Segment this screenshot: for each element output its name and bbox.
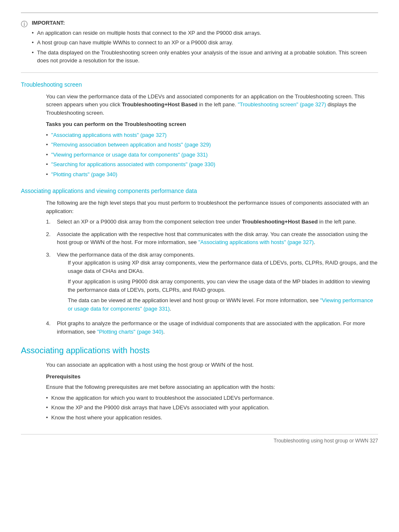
prerequisites-heading: Prerequisites xyxy=(46,373,378,381)
associating-hosts-section: Associating applications with hosts You … xyxy=(21,344,378,421)
troubleshooting-screen-section: Troubleshooting screen You can view the … xyxy=(21,80,378,179)
step-4-content: Plot graphs to analyze the performance o… xyxy=(57,319,378,336)
task-link-item-1: "Associating applications with hosts" (p… xyxy=(46,131,378,139)
task-link-item-4: "Searching for applications associated w… xyxy=(46,160,378,169)
troubleshooting-screen-link[interactable]: "Troubleshooting screen" (page 327) xyxy=(238,101,326,108)
steps-list: 1. Select an XP or a P9000 disk array fr… xyxy=(46,218,378,336)
step-4: 4. Plot graphs to analyze the performanc… xyxy=(46,319,378,336)
tasks-heading: Tasks you can perform on the Troubleshoo… xyxy=(46,120,378,129)
step-2-link[interactable]: "Associating applications with hosts" (p… xyxy=(198,239,314,245)
task-link-3[interactable]: "Viewing performance or usage data for c… xyxy=(51,151,208,159)
important-bullet-1: An application can reside on multiple ho… xyxy=(32,29,378,37)
assoc-viewing-section: Associating applications and viewing com… xyxy=(21,187,378,336)
task-link-item-2: "Removing association between applicatio… xyxy=(46,141,378,149)
step-3-sub-1: If your application is using XP disk arr… xyxy=(68,259,378,275)
prereq-1: Know the application for which you want … xyxy=(46,394,378,402)
important-label: IMPORTANT: xyxy=(32,19,378,27)
important-content: IMPORTANT: An application can reside on … xyxy=(32,19,378,67)
step-1-content: Select an XP or a P9000 disk array from … xyxy=(57,218,356,226)
important-bullet-list: An application can reside on multiple ho… xyxy=(32,29,378,65)
prereq-2: Know the XP and the P9000 disk arrays th… xyxy=(46,403,378,412)
troubleshooting-screen-body: You can view the performance data of the… xyxy=(21,93,378,179)
tasks-list: "Associating applications with hosts" (p… xyxy=(46,131,378,179)
associating-hosts-intro: You can associate an application with a … xyxy=(46,361,378,369)
step-2: 2. Associate the application with the re… xyxy=(46,230,378,247)
step-3-content: View the performance data of the disk ar… xyxy=(57,251,378,316)
task-link-1[interactable]: "Associating applications with hosts" (p… xyxy=(51,131,167,139)
task-link-item-3: "Viewing performance or usage data for c… xyxy=(46,151,378,159)
top-rule xyxy=(21,13,378,13)
step-2-content: Associate the application with the respe… xyxy=(57,230,378,247)
footer-bar: Troubleshooting using host group or WWN … xyxy=(21,434,378,445)
assoc-viewing-heading: Associating applications and viewing com… xyxy=(21,187,378,195)
important-bullet-2: A host group can have multiple WWNs to c… xyxy=(32,39,378,47)
prereq-3: Know the host where your application res… xyxy=(46,414,378,422)
footer-text: Troubleshooting using host group or WWN … xyxy=(274,437,378,445)
troubleshooting-screen-heading: Troubleshooting screen xyxy=(21,80,378,89)
task-link-item-5: "Plotting charts" (page 340) xyxy=(46,170,378,179)
task-link-4[interactable]: "Searching for applications associated w… xyxy=(51,160,215,169)
associating-hosts-heading: Associating applications with hosts xyxy=(21,344,378,357)
assoc-viewing-body: The following are the high level steps t… xyxy=(21,199,378,336)
important-icon: ⓘ xyxy=(21,19,28,67)
associating-hosts-body: You can associate an application with a … xyxy=(21,361,378,421)
troubleshooting-screen-intro: You can view the performance data of the… xyxy=(46,93,378,117)
task-link-2[interactable]: "Removing association between applicatio… xyxy=(51,141,211,149)
important-block: ⓘ IMPORTANT: An application can reside o… xyxy=(21,19,378,73)
assoc-viewing-intro: The following are the high level steps t… xyxy=(46,199,378,215)
step-3-sub-3: The data can be viewed at the applicatio… xyxy=(68,296,378,313)
important-bullet-3: The data displayed on the Troubleshootin… xyxy=(32,49,378,65)
step-4-link[interactable]: "Plotting charts" (page 340) xyxy=(97,329,163,335)
step-1: 1. Select an XP or a P9000 disk array fr… xyxy=(46,218,378,226)
task-link-5[interactable]: "Plotting charts" (page 340) xyxy=(51,170,118,179)
step-3-sub-2: If your application is using P9000 disk … xyxy=(68,278,378,294)
prereq-list: Know the application for which you want … xyxy=(46,394,378,422)
prerequisites-intro: Ensure that the following prerequisites … xyxy=(46,383,378,391)
step-3: 3. View the performance data of the disk… xyxy=(46,251,378,316)
